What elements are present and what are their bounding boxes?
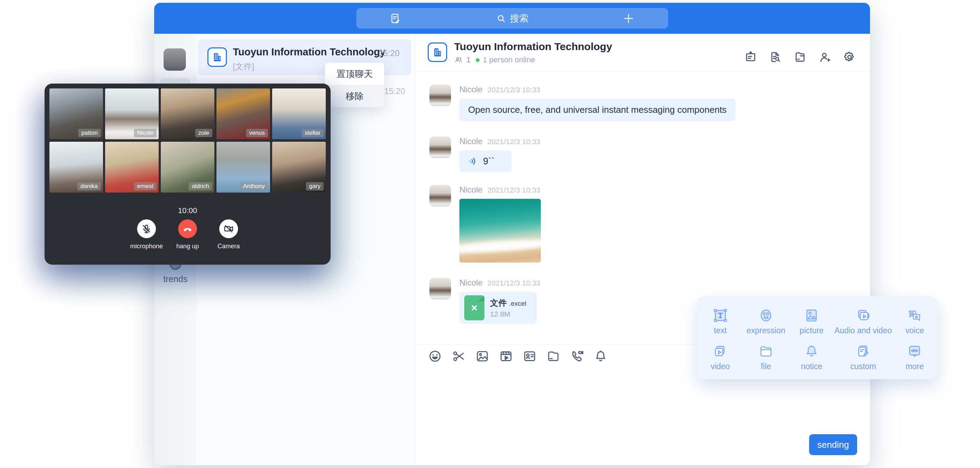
emoji-icon[interactable] (428, 349, 442, 363)
participant-name: venus (246, 129, 268, 137)
tool-label: custom (850, 362, 876, 371)
video-clip-icon[interactable] (499, 349, 513, 363)
participant-tile[interactable]: Anthony (216, 142, 270, 193)
image-attachment[interactable] (460, 199, 541, 262)
participant-tile[interactable]: ernest (105, 142, 159, 193)
avatar[interactable] (430, 85, 451, 106)
avatar[interactable] (430, 278, 451, 299)
video-call-panel: patton Nicole zoie venus stellar danika … (45, 83, 331, 265)
camera-off-button[interactable] (219, 219, 238, 238)
participant-tile[interactable]: danika (49, 142, 103, 193)
camera-label: Camera (218, 243, 240, 250)
file-attachment[interactable]: 文件 .excel 12.8M (460, 292, 537, 324)
chat-title: Tuoyun Information Technology (454, 41, 612, 53)
member-count: 1 (466, 55, 471, 64)
chat-item-last-message: [文件] (233, 61, 254, 72)
voice-duration: 9`` (483, 156, 495, 167)
avatar[interactable] (430, 136, 451, 158)
add-icon[interactable] (622, 12, 635, 25)
tool-label: Audio and video (835, 326, 892, 335)
image-icon[interactable] (476, 349, 489, 363)
search-input[interactable]: 搜索 (356, 8, 668, 29)
tool-expression[interactable]: expression (743, 303, 789, 339)
video-call-icon[interactable] (570, 349, 584, 363)
tool-video[interactable]: video (697, 339, 743, 375)
folder-icon[interactable] (546, 349, 560, 363)
message-text: Nicole 2021/12/3 10:33 Open source, free… (430, 85, 735, 121)
participant-name: danika (77, 182, 101, 190)
add-member-icon[interactable] (818, 51, 831, 64)
message-time: 2021/12/3 10:33 (488, 86, 541, 94)
excel-file-icon (464, 295, 484, 320)
file-size: 12.8M (490, 310, 526, 318)
send-button[interactable]: sending (809, 434, 857, 455)
file-fold (478, 295, 484, 302)
participant-tile[interactable]: gary (272, 142, 326, 193)
tool-notice[interactable]: notice (789, 339, 835, 375)
group-avatar-icon (428, 43, 447, 62)
message-voice: Nicole 2021/12/3 10:33 9`` (430, 136, 541, 172)
participant-tile[interactable]: Nicole (105, 88, 159, 139)
contact-card-icon[interactable] (523, 349, 537, 363)
group-avatar-icon (207, 47, 227, 67)
chat-main: Tuoyun Information Technology 1 1 person… (415, 34, 870, 465)
menu-item-remove[interactable]: 移除 (325, 85, 384, 107)
participant-tile[interactable]: zoie (161, 88, 215, 139)
members-icon (454, 55, 463, 64)
voice-bubble[interactable]: 9`` (460, 150, 512, 172)
tool-label: more (905, 362, 924, 371)
file-ext: .excel (509, 300, 527, 307)
message-file: Nicole 2021/12/3 10:33 (430, 278, 541, 324)
chat-item-time: 15:20 (384, 86, 405, 96)
hang-up-button[interactable] (178, 219, 197, 238)
participant-grid: patton Nicole zoie venus stellar danika … (49, 88, 326, 193)
sender-name: Nicole (460, 185, 483, 195)
page: 搜索 trends (0, 0, 980, 468)
notification-bell-icon[interactable] (594, 349, 608, 363)
tool-text[interactable]: text (697, 303, 743, 339)
participant-tile[interactable]: venus (216, 88, 270, 139)
participant-name: Anthony (240, 182, 268, 190)
avatar[interactable] (430, 185, 451, 206)
sender-name: Nicole (460, 278, 483, 288)
chat-item-time: 15:20 (379, 48, 399, 58)
online-dot (476, 58, 480, 62)
sender-name: Nicole (460, 85, 483, 94)
tool-label: video (711, 362, 730, 371)
search-bar[interactable]: 搜索 (356, 8, 668, 29)
tool-custom[interactable]: custom (835, 339, 892, 375)
sender-name: Nicole (460, 136, 483, 146)
tool-voice[interactable]: voice (892, 303, 937, 339)
participant-tile[interactable]: patton (49, 88, 103, 139)
microphone-mute-button[interactable] (137, 219, 156, 238)
tool-file[interactable]: file (743, 339, 789, 375)
group-files-icon[interactable] (794, 51, 807, 64)
settings-icon[interactable] (843, 51, 856, 64)
tool-label: expression (746, 326, 785, 335)
tool-label: file (761, 362, 771, 371)
tool-picture[interactable]: picture (789, 303, 835, 339)
user-avatar[interactable] (164, 48, 186, 71)
screenshot-scissors-icon[interactable] (452, 349, 466, 363)
participant-tile[interactable]: stellar (272, 88, 326, 139)
menu-item-pin-chat[interactable]: 置顶聊天 (325, 63, 384, 85)
voice-wave-icon (468, 156, 478, 166)
online-status: 1 person online (483, 55, 535, 64)
search-icon (496, 13, 506, 24)
tool-audio-video[interactable]: Audio and video (835, 303, 892, 339)
microphone-label: microphone (130, 243, 163, 250)
top-bar: 搜索 (154, 3, 870, 34)
tool-more[interactable]: more (892, 339, 937, 375)
message-time: 2021/12/3 10:33 (488, 137, 541, 146)
compose-icon[interactable] (390, 13, 401, 24)
text-bubble[interactable]: Open source, free, and universal instant… (460, 99, 735, 121)
participant-name: zoie (195, 129, 212, 137)
participant-name: aldrich (189, 182, 212, 190)
participant-tile[interactable]: aldrich (161, 142, 215, 193)
chat-item-title: Tuoyun Information Technology (233, 46, 386, 58)
chat-history-search-icon[interactable] (769, 51, 782, 64)
group-notice-icon[interactable] (744, 51, 757, 64)
tool-label: picture (800, 326, 824, 335)
trends-label: trends (154, 274, 197, 284)
chat-header: Tuoyun Information Technology 1 1 person… (415, 34, 870, 71)
